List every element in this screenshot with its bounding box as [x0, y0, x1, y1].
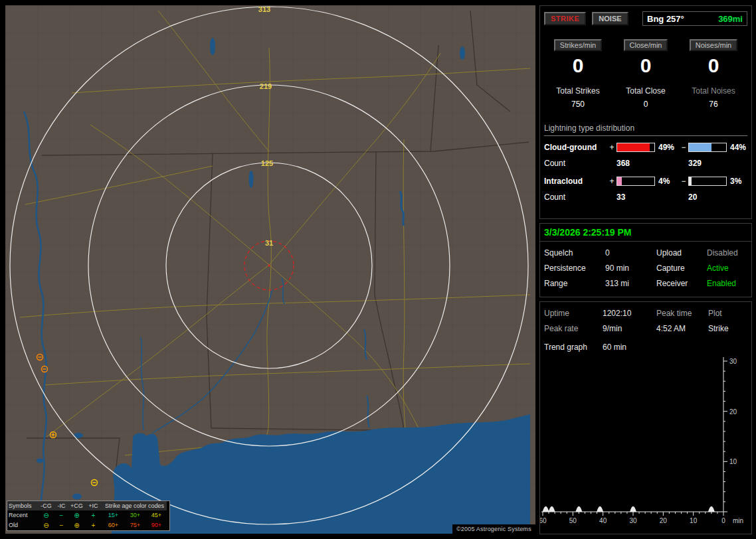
- bearing-readout: Bng 257° 369mi: [642, 11, 747, 26]
- positive-sign: +: [607, 143, 616, 152]
- uptime-value: 1202:10: [603, 309, 656, 318]
- lake: [210, 38, 215, 55]
- intracloud-row: Intracloud + 4% − 3%: [544, 177, 747, 186]
- ic-negative-bar: [688, 177, 727, 186]
- noises-per-min-button[interactable]: Noises/min: [690, 39, 737, 51]
- ring-label-313: 313: [258, 5, 270, 13]
- svg-text:40: 40: [599, 517, 607, 524]
- strike-mode-button[interactable]: STRIKE: [544, 12, 586, 25]
- range-value: 313 mi: [605, 279, 656, 288]
- svg-text:30: 30: [729, 358, 737, 365]
- recent-pos-ic-icon: +: [84, 510, 102, 520]
- capture-status: Active: [707, 264, 747, 273]
- legend-row-old-label: Old: [7, 520, 39, 530]
- cg-positive-pct: 49%: [655, 143, 679, 152]
- trend-graph: 6050403020100min302010: [540, 353, 750, 534]
- cg-negative-bar-fill: [689, 143, 711, 151]
- cg-positive-bar: [616, 143, 655, 152]
- bearing-value: Bng 257°: [647, 14, 684, 24]
- ring-label-219: 219: [260, 82, 272, 90]
- trend-section: Uptime 1202:10 Peak time Plot Peak rate …: [539, 301, 752, 534]
- upload-status: Disabled: [707, 248, 747, 258]
- ic-positive-bar: [616, 177, 655, 186]
- svg-text:0: 0: [721, 517, 725, 524]
- age-code-90: 90+: [146, 520, 167, 530]
- cg-positive-bar-fill: [617, 143, 650, 151]
- svg-text:20: 20: [660, 517, 668, 524]
- persistence-value: 90 min: [605, 264, 656, 273]
- legend-age-title: Strike age color codes: [102, 501, 167, 510]
- cloud-ground-label: Cloud-ground: [544, 143, 607, 152]
- peak-rate-label: Peak rate: [544, 324, 603, 333]
- recent-neg-ic-icon: −: [54, 510, 69, 520]
- lake: [72, 494, 82, 500]
- negative-sign: −: [679, 143, 688, 152]
- svg-text:20: 20: [729, 408, 737, 416]
- persistence-label: Persistence: [544, 264, 605, 273]
- status-panel: STRIKE NOISE Bng 257° 369mi Strikes/min …: [539, 5, 752, 534]
- svg-text:30: 30: [629, 517, 637, 524]
- plot-label: Plot: [708, 309, 747, 318]
- ring-label-125: 125: [261, 159, 273, 167]
- map-canvas: 313 219 125 31: [5, 5, 535, 534]
- range-label: Range: [544, 279, 605, 288]
- ic-negative-pct: 3%: [727, 177, 747, 186]
- settings-table: Squelch 0 Upload Disabled Persistence 90…: [540, 242, 751, 295]
- squelch-value: 0: [605, 248, 656, 258]
- copyright-notice: ©2005 Astrogenic Systems: [452, 524, 535, 534]
- lake: [249, 171, 254, 188]
- legend-row-recent-label: Recent: [7, 510, 39, 520]
- svg-text:10: 10: [729, 458, 737, 465]
- legend-col-pos-ic: +IC: [84, 501, 102, 510]
- legend-col-neg-ic: -IC: [54, 501, 69, 510]
- counters-section: STRIKE NOISE Bng 257° 369mi Strikes/min …: [539, 5, 752, 219]
- legend-symbols-title: Symbols: [7, 501, 39, 510]
- receiver-location-dot: [268, 265, 270, 267]
- upload-label: Upload: [656, 248, 707, 258]
- capture-label: Capture: [656, 264, 707, 273]
- lake: [460, 46, 465, 60]
- svg-text:min: min: [733, 517, 743, 524]
- peak-time-label: Peak time: [656, 309, 708, 318]
- mode-toolbar: STRIKE NOISE Bng 257° 369mi: [544, 11, 747, 26]
- squelch-label: Squelch: [544, 248, 605, 258]
- old-neg-ic-icon: −: [54, 520, 69, 530]
- intracloud-count-row: Count 33 20: [544, 193, 747, 202]
- total-close-value: 0: [644, 100, 648, 109]
- ic-positive-count: 33: [616, 193, 655, 202]
- plot-value: Strike: [708, 324, 747, 333]
- settings-section: 3/3/2026 2:25:19 PM Squelch 0 Upload Dis…: [539, 223, 752, 297]
- peak-time-value: 4:52 AM: [656, 324, 708, 333]
- count-label: Count: [544, 159, 607, 168]
- strikes-per-min-button[interactable]: Strikes/min: [554, 39, 602, 51]
- rate-counters: Strikes/min 0 Total Strikes 750 Close/mi…: [544, 39, 747, 109]
- recent-neg-cg-icon: ⊖: [39, 510, 54, 520]
- noise-mode-button[interactable]: NOISE: [592, 12, 628, 25]
- lake: [37, 459, 43, 463]
- close-per-min-button[interactable]: Close/min: [624, 39, 668, 51]
- old-pos-ic-icon: +: [84, 520, 102, 530]
- uptime-label: Uptime: [544, 309, 603, 318]
- ic-positive-pct: 4%: [655, 177, 679, 186]
- ic-positive-bar-fill: [617, 177, 622, 185]
- cloud-ground-row: Cloud-ground + 49% − 44%: [544, 143, 747, 152]
- total-noises-value: 76: [709, 100, 717, 109]
- age-code-15: 15+: [102, 510, 124, 520]
- svg-text:10: 10: [690, 517, 698, 524]
- session-stats-table: Uptime 1202:10 Peak time Plot Peak rate …: [540, 302, 751, 340]
- noises-per-min-column: Noises/min 0 Total Noises 76: [680, 39, 747, 109]
- age-code-30: 30+: [124, 510, 146, 520]
- total-strikes-value: 750: [571, 100, 585, 109]
- trend-window-value: 60 min: [603, 343, 747, 352]
- bearing-range-value: 369mi: [718, 14, 743, 24]
- age-code-60: 60+: [102, 520, 124, 530]
- trend-graph-label: Trend graph: [544, 343, 603, 352]
- map-legend: Symbols -CG -IC +CG +IC Strike age color…: [7, 501, 170, 531]
- cg-negative-count: 329: [688, 159, 727, 168]
- peak-rate-value: 9/min: [603, 324, 656, 333]
- recent-pos-cg-icon: ⊕: [69, 510, 84, 520]
- total-noises-label: Total Noises: [692, 86, 735, 96]
- svg-text:60: 60: [540, 517, 547, 524]
- total-close-label: Total Close: [626, 86, 665, 96]
- close-per-min-column: Close/min 0 Total Close 0: [612, 39, 680, 109]
